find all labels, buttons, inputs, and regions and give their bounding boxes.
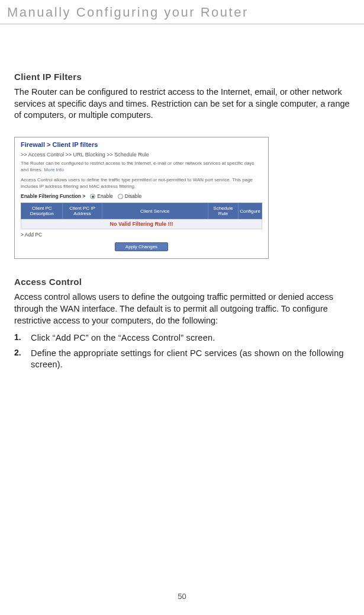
- screenshot-desc-1: The Router can be configured to restrict…: [21, 160, 262, 173]
- table-row: No Valid Filtering Rule !!!: [21, 219, 262, 229]
- screenshot-title: Firewall > Client IP filters: [21, 141, 262, 148]
- more-info-link[interactable]: More Info: [44, 167, 64, 172]
- col-client-service: Client Service: [102, 203, 208, 219]
- body-text-access-control: Access control allows users to define th…: [14, 292, 350, 326]
- body-text-client-ip-filters: The Router can be configured to restrict…: [14, 87, 350, 121]
- list-item: 2. Define the appropriate settings for c…: [14, 348, 350, 371]
- filter-table: Client PC Description Client PC IP Addre…: [21, 203, 262, 229]
- section-heading-client-ip-filters: Client IP Filters: [14, 72, 350, 82]
- radio-dot-icon: [118, 194, 123, 199]
- section-heading-access-control: Access Control: [14, 277, 350, 287]
- list-text-2: Define the appropriate settings for clie…: [31, 348, 350, 371]
- breadcrumb[interactable]: >> Access Control >> URL Blocking >> Sch…: [21, 152, 262, 158]
- col-client-pc-ip-address: Client PC IP Address: [63, 203, 102, 219]
- enable-filtering-label: Enable Filtering Function >: [21, 193, 85, 199]
- content: Client IP Filters The Router can be conf…: [0, 24, 364, 371]
- col-schedule-rule: Schedule Rule: [208, 203, 239, 219]
- apply-changes-button[interactable]: Apply Changes: [115, 242, 168, 251]
- col-configure: Configure: [239, 203, 262, 219]
- enable-filtering-row: Enable Filtering Function > Enable Disab…: [21, 193, 262, 199]
- screenshot-desc-2: Access Control allows users to define th…: [21, 177, 262, 190]
- page-title: Manually Configuring your Router: [7, 5, 364, 20]
- page-header: Manually Configuring your Router: [0, 0, 364, 24]
- radio-enable[interactable]: Enable: [90, 193, 112, 199]
- ordered-list: 1. Click “Add PC” on the “Access Control…: [14, 332, 350, 371]
- screenshot-firewall-client-ip-filters: Firewall > Client IP filters >> Access C…: [14, 137, 269, 260]
- radio-dot-icon: [90, 194, 95, 199]
- no-valid-rule-message: No Valid Filtering Rule !!!: [21, 219, 262, 229]
- list-number-2: 2.: [14, 348, 25, 371]
- list-number-1: 1.: [14, 332, 25, 344]
- col-client-pc-description: Client PC Description: [21, 203, 63, 219]
- list-item: 1. Click “Add PC” on the “Access Control…: [14, 332, 350, 344]
- radio-disable[interactable]: Disable: [118, 193, 141, 199]
- add-pc-link[interactable]: > Add PC: [21, 232, 262, 238]
- list-text-1: Click “Add PC” on the “Access Control” s…: [31, 332, 215, 344]
- radio-enable-label: Enable: [97, 193, 112, 199]
- radio-disable-label: Disable: [125, 193, 141, 199]
- page-number: 50: [0, 592, 364, 601]
- table-header-row: Client PC Description Client PC IP Addre…: [21, 203, 262, 219]
